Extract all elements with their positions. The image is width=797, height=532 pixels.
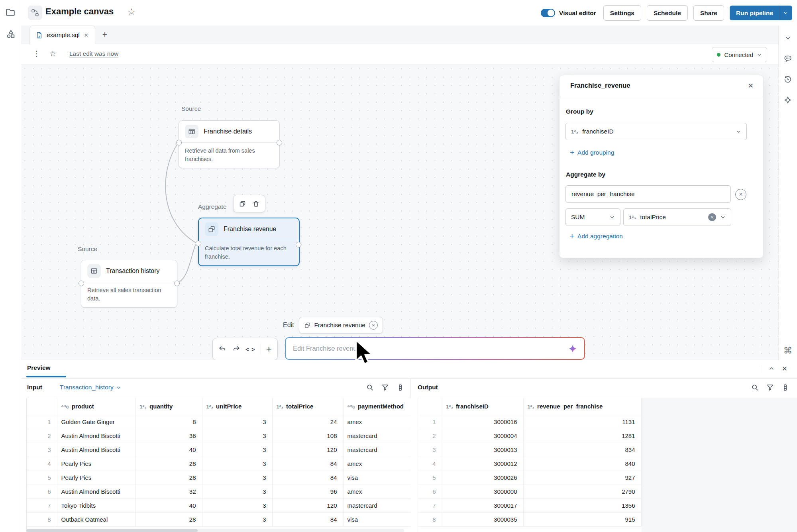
assistant-sparkle-icon[interactable]	[782, 94, 794, 106]
run-pipeline-button[interactable]: Run pipeline	[730, 6, 792, 20]
columns-icon[interactable]	[396, 383, 404, 392]
sql-file-icon	[35, 31, 43, 39]
tab-example-sql[interactable]: example.sql ✕	[29, 26, 95, 44]
shapes-icon[interactable]	[4, 28, 16, 40]
table-cell: 40	[135, 499, 202, 512]
edit-target-chip[interactable]: Franchise revenue ✕	[299, 317, 383, 334]
table-cell: amex	[343, 457, 411, 471]
visual-editor-toggle[interactable]	[541, 9, 555, 17]
share-button[interactable]: Share	[693, 5, 724, 21]
code-view-icon[interactable]: < >	[245, 346, 255, 353]
column-header-totalPrice[interactable]: 1²₃totalPrice	[272, 398, 343, 415]
input-table-container[interactable]: ᴬᴮcproduct1²₃quantity1²₃unitPrice1²₃tota…	[26, 398, 411, 532]
canvas-node-franchise-details[interactable]: Franchise details Retrieve all data from…	[179, 120, 280, 168]
table-cell: 84	[272, 471, 343, 485]
tab-close-icon[interactable]: ✕	[83, 31, 89, 39]
table-row: 2Austin Almond Biscotti363108mastercard	[27, 429, 411, 443]
node-port[interactable]	[176, 140, 182, 145]
table-cell: 3000013	[442, 443, 523, 457]
history-icon[interactable]	[782, 73, 794, 85]
columns-icon[interactable]	[781, 383, 789, 392]
table-cell: 3	[202, 415, 272, 429]
numeric-type-icon: 1²₃	[446, 404, 453, 410]
table-cell: Austin Almond Biscotti	[57, 443, 135, 457]
column-header-product[interactable]: ᴬᴮcproduct	[57, 398, 135, 415]
shortcuts-icon[interactable]: ⌘	[779, 346, 797, 356]
node-port[interactable]	[296, 242, 301, 247]
edit-label: Edit	[283, 322, 294, 329]
star-icon[interactable]: ☆	[49, 49, 56, 58]
output-table-container[interactable]: 1²₃franchiseID1²₃revenue_per_franchise13…	[418, 398, 642, 532]
run-pipeline-label[interactable]: Run pipeline	[730, 6, 779, 20]
kebab-menu-icon[interactable]: ⋮	[33, 49, 41, 58]
undo-icon[interactable]	[218, 345, 227, 353]
add-icon[interactable]: +	[266, 344, 272, 354]
input-source-dropdown[interactable]: Transaction_history	[60, 384, 121, 391]
delete-icon[interactable]	[252, 200, 260, 208]
node-port[interactable]	[174, 281, 180, 286]
aggregation-function-select[interactable]: SUM	[565, 208, 620, 226]
scrollbar-thumb[interactable]	[26, 529, 198, 532]
expand-panel-icon[interactable]	[768, 365, 775, 372]
close-preview-icon[interactable]: ✕	[782, 365, 787, 373]
table-cell: visa	[343, 471, 411, 485]
last-edit-link[interactable]: Last edit was now	[69, 50, 118, 57]
chip-remove-icon[interactable]: ✕	[369, 321, 378, 330]
plus-icon: +	[570, 232, 574, 240]
comments-icon[interactable]	[782, 53, 794, 65]
group-by-select[interactable]: 1²₃ franchiseID	[565, 123, 747, 140]
aggregation-column-select[interactable]: 1²₃ totalPrice ✕	[623, 208, 731, 226]
favorite-star-icon[interactable]: ☆	[128, 7, 135, 17]
horizontal-scrollbar[interactable]	[26, 529, 404, 532]
node-description: Calculate total revenue for each franchi…	[199, 240, 299, 265]
column-header-franchiseID[interactable]: 1²₃franchiseID	[442, 398, 523, 415]
node-port[interactable]	[79, 281, 84, 286]
table-row: 230000041281	[418, 429, 641, 443]
table-cell: Tokyo Tidbits	[57, 499, 135, 512]
panel-close-icon[interactable]: ✕	[747, 81, 754, 91]
canvas-node-franchise-revenue[interactable]: Franchise revenue Calculate total revenu…	[198, 218, 300, 266]
connection-status-dropdown[interactable]: Connected	[712, 47, 767, 62]
folder-icon[interactable]	[4, 6, 16, 18]
add-grouping-link[interactable]: + Add grouping	[570, 149, 614, 156]
text-type-icon: ᴬᴮc	[61, 404, 69, 410]
column-header-paymentMethod[interactable]: ᴬᴮcpaymentMethod	[343, 398, 411, 415]
tab-preview[interactable]: Preview	[27, 364, 51, 371]
filter-icon[interactable]	[381, 383, 389, 392]
clear-column-icon[interactable]: ✕	[708, 213, 716, 221]
chevron-down-icon	[757, 52, 762, 57]
table-cell: 3	[202, 429, 272, 443]
collapse-chevron-icon[interactable]	[782, 32, 794, 44]
redo-icon[interactable]	[232, 345, 240, 353]
table-cell: 120	[272, 443, 343, 457]
table-cell: 40	[135, 443, 202, 457]
node-floating-toolbar	[233, 195, 265, 212]
table-cell: Golden Gate Ginger	[57, 415, 135, 429]
add-aggregation-link[interactable]: + Add aggregation	[570, 232, 623, 240]
canvas-node-transaction-history[interactable]: Transaction history Retrieve all sales t…	[81, 260, 177, 308]
duplicate-icon[interactable]	[239, 200, 246, 208]
schedule-button[interactable]: Schedule	[647, 5, 688, 21]
table-cell: Austin Almond Biscotti	[57, 429, 135, 443]
column-header-revenue_per_franchise[interactable]: 1²₃revenue_per_franchise	[523, 398, 641, 415]
app-window: Example canvas ☆ Visual editor Settings …	[0, 0, 797, 532]
new-tab-button[interactable]: +	[99, 29, 111, 41]
preview-panel: Preview ✕ Input Transaction_history	[20, 360, 797, 532]
add-grouping-label: Add grouping	[577, 149, 614, 156]
search-icon[interactable]	[366, 383, 374, 392]
table-cell: 915	[523, 512, 641, 526]
settings-button[interactable]: Settings	[603, 5, 641, 21]
search-icon[interactable]	[751, 383, 759, 392]
column-header-unitPrice[interactable]: 1²₃unitPrice	[202, 398, 272, 415]
table-row: 53000026927	[418, 471, 641, 485]
node-port[interactable]	[277, 140, 282, 145]
aggregation-name-input[interactable]: revenue_per_franchise	[565, 185, 731, 203]
table-row: 33000013834	[418, 443, 641, 457]
run-pipeline-dropdown[interactable]	[779, 6, 792, 20]
node-port[interactable]	[196, 241, 201, 246]
ai-edit-input[interactable]	[292, 344, 563, 353]
table-cell: amex	[343, 485, 411, 499]
column-header-quantity[interactable]: 1²₃quantity	[135, 398, 202, 415]
remove-aggregation-icon[interactable]: ✕	[735, 189, 746, 200]
filter-icon[interactable]	[766, 383, 774, 392]
